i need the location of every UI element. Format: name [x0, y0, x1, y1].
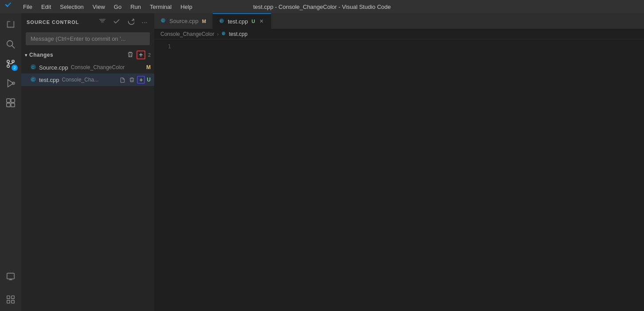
tab-test-cpp-icon: C	[219, 18, 224, 25]
menu-edit[interactable]: Edit	[38, 3, 55, 11]
svg-point-8	[7, 65, 10, 68]
tab-test-cpp-badge: U	[251, 19, 255, 24]
refresh-button[interactable]	[125, 17, 136, 27]
tab-source-cpp[interactable]: C Source.cpp M	[154, 13, 213, 29]
svg-rect-14	[11, 103, 15, 107]
menu-go[interactable]: Go	[110, 3, 125, 11]
file-name-test-cpp: test.cpp	[39, 77, 59, 83]
changes-actions: + 2	[126, 51, 151, 59]
changes-header[interactable]: ▾ Changes + 2	[21, 49, 154, 61]
svg-line-5	[12, 46, 15, 48]
title-bar: File Edit Selection View Go Run Terminal…	[0, 0, 644, 13]
sidebar: SOURCE CONTROL ···	[21, 13, 154, 311]
menu-view[interactable]: View	[89, 3, 109, 11]
file-name-source-cpp: Source.cpp	[39, 64, 68, 71]
changes-label: Changes	[29, 52, 126, 58]
activity-item-explorer[interactable]	[3, 17, 19, 33]
window-title: test.cpp - Console_ChangeColor - Visual …	[253, 4, 391, 10]
titlebar-left: File Edit Selection View Go Run Terminal…	[4, 2, 196, 12]
tab-source-cpp-label: Source.cpp	[169, 18, 199, 24]
activity-item-run[interactable]	[3, 75, 19, 91]
commit-message-input[interactable]	[26, 32, 150, 45]
file-icon-test-cpp: C	[30, 76, 36, 84]
svg-text:C: C	[162, 19, 164, 23]
commit-input-wrap	[21, 31, 154, 49]
breadcrumb-folder[interactable]: Console_ChangeColor	[160, 31, 214, 37]
svg-rect-18	[7, 300, 10, 303]
test-cpp-actions: +	[118, 76, 145, 84]
file-icon-source-cpp: C	[30, 64, 36, 71]
source-control-badge: 2	[12, 65, 18, 71]
activity-item-extensions[interactable]	[3, 95, 19, 111]
svg-rect-17	[12, 296, 14, 299]
menu-file[interactable]: File	[20, 3, 36, 11]
breadcrumb-separator: ›	[217, 31, 219, 37]
menu-selection[interactable]: Selection	[56, 3, 87, 11]
tab-source-cpp-badge: M	[202, 19, 206, 24]
svg-text:C: C	[220, 19, 223, 23]
svg-rect-16	[7, 296, 10, 299]
discard-all-button[interactable]	[126, 51, 135, 59]
line-number-1: 1	[160, 43, 171, 50]
svg-rect-15	[7, 273, 15, 279]
svg-text:C: C	[31, 65, 35, 70]
sidebar-header: SOURCE CONTROL ···	[21, 13, 154, 31]
editor-area: C Source.cpp M C test.cpp U ✕ Console_Ch…	[154, 13, 644, 311]
file-status-source-cpp: M	[146, 64, 151, 70]
changes-section: ▾ Changes + 2 C	[21, 49, 154, 311]
titlebar-menu: File Edit Selection View Go Run Terminal…	[20, 3, 196, 11]
line-numbers: 1	[154, 39, 176, 311]
breadcrumb-bar: Console_ChangeColor › C test.cpp	[154, 29, 644, 39]
activity-item-search[interactable]	[3, 36, 19, 52]
file-path-source-cpp: Console_ChangeColor	[71, 64, 144, 70]
more-actions-button[interactable]: ···	[140, 17, 149, 27]
activity-item-remote[interactable]	[3, 268, 19, 284]
tab-test-cpp-close[interactable]: ✕	[258, 18, 265, 25]
svg-rect-11	[7, 99, 10, 102]
svg-rect-19	[12, 300, 14, 303]
svg-rect-12	[11, 99, 15, 102]
changes-count: 2	[148, 52, 151, 58]
sidebar-title: SOURCE CONTROL	[27, 19, 94, 25]
changes-chevron-icon: ▾	[25, 52, 27, 58]
main-layout: 2	[0, 13, 644, 311]
menu-help[interactable]: Help	[177, 3, 196, 11]
collapse-all-button[interactable]	[97, 17, 108, 27]
stage-all-button[interactable]: +	[137, 51, 145, 59]
discard-file-button[interactable]	[128, 77, 136, 83]
tab-source-cpp-icon: C	[160, 18, 166, 24]
file-path-test-cpp: Console_Cha...	[62, 77, 117, 83]
vscode-logo-icon	[4, 2, 12, 12]
open-file-button[interactable]	[118, 77, 127, 83]
tab-test-cpp[interactable]: C test.cpp U ✕	[213, 13, 271, 29]
breadcrumb-file[interactable]: test.cpp	[229, 31, 247, 37]
menu-terminal[interactable]: Terminal	[146, 3, 175, 11]
tab-bar: C Source.cpp M C test.cpp U ✕	[154, 13, 644, 29]
svg-rect-13	[7, 103, 10, 107]
file-status-test-cpp: U	[147, 77, 151, 83]
code-area[interactable]	[176, 39, 644, 311]
activity-item-source-control[interactable]: 2	[3, 56, 19, 72]
stage-file-button[interactable]: +	[137, 76, 145, 84]
svg-text:C: C	[31, 78, 35, 82]
svg-text:C: C	[222, 32, 225, 35]
svg-point-4	[7, 41, 13, 47]
activity-item-account[interactable]	[3, 292, 19, 307]
file-item-test-cpp[interactable]: C test.cpp Console_Cha...	[21, 74, 154, 86]
commit-button[interactable]	[111, 17, 122, 27]
tab-test-cpp-label: test.cpp	[228, 18, 248, 25]
file-item-source-cpp[interactable]: C Source.cpp Console_ChangeColor M	[21, 61, 154, 74]
activity-bar: 2	[0, 13, 21, 311]
menu-run[interactable]: Run	[127, 3, 144, 11]
svg-point-6	[7, 60, 10, 63]
editor-content: 1	[154, 39, 644, 311]
breadcrumb-file-icon: C	[221, 31, 226, 37]
